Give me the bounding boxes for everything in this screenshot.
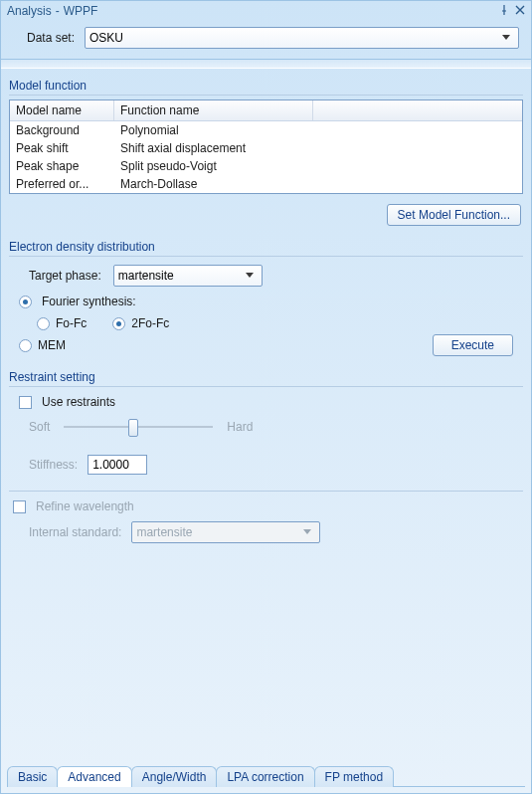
fo-fc-label: Fo-Fc (56, 316, 87, 330)
divider (9, 491, 523, 492)
col-model-name[interactable]: Model name (10, 100, 114, 120)
pin-icon[interactable] (499, 4, 509, 18)
hard-label: Hard (227, 420, 253, 434)
refine-wavelength-label: Refine wavelength (36, 499, 134, 513)
internal-standard-combo: martensite (131, 521, 320, 543)
dataset-row: Data set: OSKU (1, 21, 531, 59)
title-wppf: WPPF (64, 4, 98, 18)
tab-advanced[interactable]: Advanced (57, 766, 131, 787)
model-group-title: Model function (9, 79, 523, 93)
tab-angle-width[interactable]: Angle/Width (131, 766, 218, 787)
cell-function-name: Split pseudo-Voigt (114, 157, 522, 175)
table-header: Model name Function name (10, 100, 522, 121)
fourier-synthesis-label: Fourier synthesis: (42, 295, 136, 308)
target-phase-label: Target phase: (29, 269, 101, 283)
panel-titlebar: Analysis - WPPF (1, 1, 531, 21)
stiffness-label: Stiffness: (29, 458, 78, 472)
fo-fc-radio[interactable] (37, 317, 50, 330)
tab-lpa-correction[interactable]: LPA correction (216, 766, 314, 787)
cell-model-name: Background (10, 121, 114, 139)
model-function-table: Model name Function name BackgroundPolyn… (9, 99, 523, 194)
cell-function-name: Shift axial displacement (114, 139, 522, 157)
table-row[interactable]: Peak shiftShift axial displacement (10, 139, 522, 157)
cell-model-name: Peak shift (10, 139, 114, 157)
restraint-group-title: Restraint setting (9, 370, 523, 384)
set-model-function-button[interactable]: Set Model Function... (387, 204, 521, 226)
stiffness-value: 1.0000 (92, 458, 129, 472)
restraint-slider[interactable] (64, 417, 213, 437)
dataset-value: OSKU (89, 31, 123, 45)
fourier-synthesis-radio[interactable] (19, 296, 32, 308)
mem-label: MEM (38, 338, 66, 352)
mem-radio[interactable] (19, 339, 32, 352)
target-phase-combo[interactable]: martensite (113, 265, 263, 287)
table-row[interactable]: Preferred or...March-Dollase (10, 175, 522, 193)
refine-wavelength-checkbox[interactable] (13, 500, 26, 513)
cell-function-name: Polynomial (114, 121, 522, 139)
tab-fp-method[interactable]: FP method (314, 766, 394, 787)
chevron-down-icon (498, 35, 514, 41)
two-fo-fc-radio[interactable] (112, 317, 125, 330)
col-function-name[interactable]: Function name (114, 100, 313, 120)
divider (9, 386, 523, 387)
table-row[interactable]: BackgroundPolynomial (10, 121, 522, 139)
edd-group-title: Electron density distribution (9, 240, 523, 254)
cell-model-name: Peak shape (10, 157, 114, 175)
divider (9, 256, 523, 257)
dataset-label: Data set: (13, 31, 75, 45)
col-spacer (313, 100, 522, 120)
chevron-down-icon (299, 529, 315, 535)
tab-strip: BasicAdvancedAngle/WidthLPA correctionFP… (7, 765, 525, 787)
title-sep: - (56, 4, 60, 18)
dataset-combo[interactable]: OSKU (85, 27, 519, 49)
tab-basic[interactable]: Basic (7, 766, 58, 787)
slider-thumb[interactable] (128, 419, 138, 437)
use-restraints-checkbox[interactable] (19, 396, 32, 409)
divider (9, 95, 523, 96)
slider-track (64, 426, 213, 428)
close-icon[interactable] (515, 4, 525, 18)
execute-button[interactable]: Execute (433, 334, 513, 356)
two-fo-fc-label: 2Fo-Fc (131, 316, 169, 330)
table-row[interactable]: Peak shapeSplit pseudo-Voigt (10, 157, 522, 175)
cell-function-name: March-Dollase (114, 175, 522, 193)
chevron-down-icon (242, 273, 258, 279)
internal-standard-label: Internal standard: (29, 525, 121, 539)
stiffness-input[interactable]: 1.0000 (88, 455, 147, 475)
target-phase-value: martensite (118, 269, 174, 283)
internal-standard-value: martensite (136, 525, 192, 539)
cell-model-name: Preferred or... (10, 175, 114, 193)
title-analysis: Analysis (7, 4, 52, 18)
panel-separator (1, 59, 531, 69)
use-restraints-label: Use restraints (42, 395, 115, 409)
soft-label: Soft (29, 420, 50, 434)
